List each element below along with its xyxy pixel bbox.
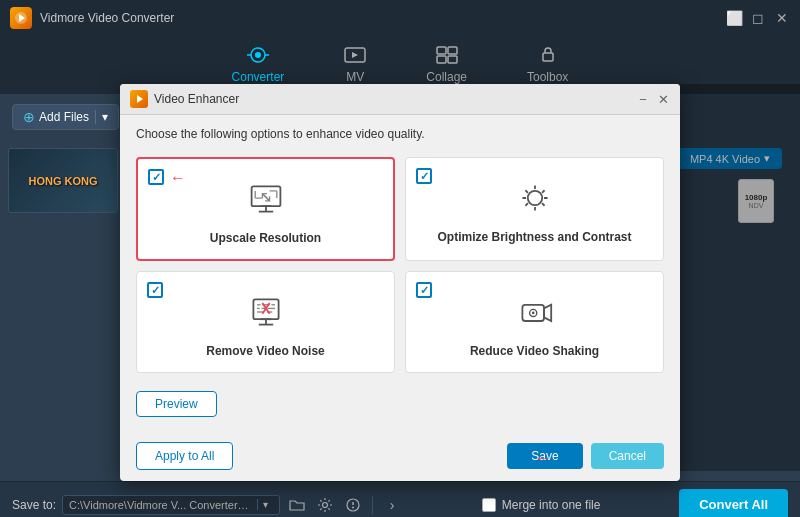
- add-files-label: Add Files: [39, 110, 89, 124]
- svg-line-30: [525, 203, 528, 206]
- noise-icon: [248, 294, 284, 334]
- folder-icon[interactable]: [286, 494, 308, 516]
- arrow-icon[interactable]: ›: [381, 494, 403, 516]
- upscale-checkbox[interactable]: [148, 169, 164, 185]
- minimize-icon[interactable]: ⬜: [726, 10, 742, 26]
- option-shaking-card[interactable]: Reduce Video Shaking: [405, 271, 664, 373]
- shaking-checkbox[interactable]: [416, 282, 432, 298]
- svg-line-21: [262, 194, 269, 201]
- brightness-icon: [517, 180, 553, 220]
- config-icon[interactable]: [342, 494, 364, 516]
- merge-label: Merge into one file: [502, 498, 601, 512]
- status-bar: Save to: C:\Vidmore\Vidmore V... Convert…: [0, 481, 800, 517]
- cancel-button[interactable]: Cancel: [591, 443, 664, 469]
- svg-rect-10: [448, 56, 457, 63]
- svg-rect-8: [448, 47, 457, 54]
- save-icons: ›: [286, 494, 403, 516]
- apply-all-button[interactable]: Apply to All: [136, 442, 233, 470]
- tab-toolbox-label: Toolbox: [527, 70, 568, 84]
- title-bar-controls: ⬜ ◻ ✕: [726, 10, 790, 26]
- svg-line-28: [542, 203, 545, 206]
- svg-point-50: [352, 506, 354, 508]
- save-button[interactable]: Save: [507, 443, 582, 469]
- option-noise-card[interactable]: Remove Video Noise: [136, 271, 395, 373]
- video-enhancer-dialog: Video Enhancer − ✕ Choose the following …: [120, 140, 680, 481]
- app-logo: [10, 7, 32, 29]
- svg-line-27: [525, 190, 528, 193]
- title-bar-left: Vidmore Video Converter: [10, 7, 174, 29]
- tab-mv-label: MV: [346, 70, 364, 84]
- option-upscale-card[interactable]: ←: [136, 157, 395, 261]
- dialog-bottom: Apply to All ← Save Cancel: [120, 435, 680, 481]
- dropdown-arrow-icon[interactable]: ▾: [95, 110, 108, 124]
- dialog-overlay: Video Enhancer − ✕ Choose the following …: [120, 140, 800, 471]
- dialog-body: ←: [120, 149, 680, 435]
- merge-checkbox[interactable]: [482, 498, 496, 512]
- close-icon[interactable]: ✕: [774, 10, 790, 26]
- save-path-dropdown-icon[interactable]: ▾: [257, 499, 273, 510]
- tab-converter-label: Converter: [232, 70, 285, 84]
- divider: [372, 496, 373, 514]
- svg-marker-44: [544, 305, 551, 321]
- noise-checkbox[interactable]: [147, 282, 163, 298]
- save-to-area: Save to: C:\Vidmore\Vidmore V... Convert…: [12, 494, 403, 516]
- dialog-subtitle: Choose the following options to enhance …: [120, 140, 680, 149]
- brightness-label: Optimize Brightness and Contrast: [437, 230, 631, 244]
- collage-icon: [436, 46, 458, 67]
- upscale-label: Upscale Resolution: [210, 231, 321, 245]
- svg-rect-11: [543, 53, 553, 61]
- save-path-box[interactable]: C:\Vidmore\Vidmore V... Converter\Conver…: [62, 495, 280, 515]
- noise-label: Remove Video Noise: [206, 344, 325, 358]
- shaking-label: Reduce Video Shaking: [470, 344, 599, 358]
- mv-icon: [344, 46, 366, 67]
- converter-icon: [247, 46, 269, 67]
- tab-collage-label: Collage: [426, 70, 467, 84]
- option-brightness-card[interactable]: Optimize Brightness and Contrast: [405, 157, 664, 261]
- video-list: HONG KONG: [0, 140, 130, 481]
- maximize-icon[interactable]: ◻: [750, 10, 766, 26]
- save-path-text: C:\Vidmore\Vidmore V... Converter\Conver…: [69, 499, 249, 511]
- merge-area: Merge into one file: [482, 498, 601, 512]
- shaking-icon: [517, 294, 553, 334]
- video-thumbnail[interactable]: HONG KONG: [8, 148, 118, 213]
- add-files-button[interactable]: ⊕ Add Files ▾: [12, 104, 119, 130]
- svg-line-29: [542, 190, 545, 193]
- brightness-checkbox[interactable]: [416, 168, 432, 184]
- options-grid: ←: [136, 157, 664, 373]
- app-title: Vidmore Video Converter: [40, 11, 174, 25]
- svg-rect-9: [437, 56, 446, 63]
- upscale-icon: [248, 181, 284, 221]
- svg-point-3: [255, 52, 261, 58]
- settings-icon[interactable]: [314, 494, 336, 516]
- svg-rect-7: [437, 47, 446, 54]
- svg-point-46: [531, 312, 534, 315]
- svg-point-22: [527, 191, 541, 205]
- dialog-actions: Preview: [136, 387, 664, 427]
- main-area: ⊕ Add Files ▾ HONG KONG MP4 4K Video ▾ 1…: [0, 94, 800, 481]
- toolbox-icon: [537, 46, 559, 67]
- svg-point-47: [323, 502, 328, 507]
- plus-icon: ⊕: [23, 109, 35, 125]
- arrow-indicator-1: ←: [170, 169, 186, 187]
- convert-all-button[interactable]: Convert All: [679, 489, 788, 517]
- preview-button[interactable]: Preview: [136, 391, 217, 417]
- title-bar: Vidmore Video Converter ⬜ ◻ ✕: [0, 0, 800, 36]
- video-thumb-text: HONG KONG: [28, 175, 97, 187]
- content-area: HONG KONG MP4 4K Video ▾ 1080p NDV: [0, 140, 800, 481]
- save-to-label: Save to:: [12, 498, 56, 512]
